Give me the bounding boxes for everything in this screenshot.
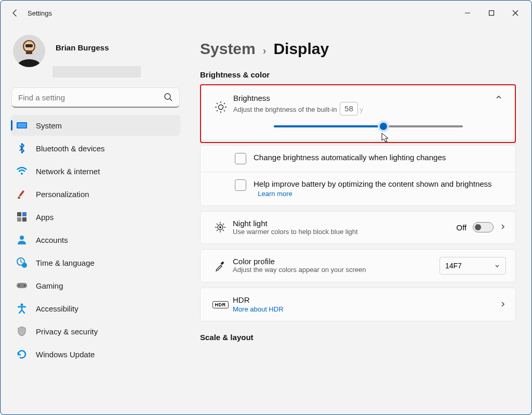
svg-rect-15 [17,217,21,222]
brightness-slider[interactable] [274,125,463,127]
hdr-card[interactable]: HDR HDR More about HDR [200,288,516,321]
color-profile-subtitle: Adjust the way colors appear on your scr… [233,266,437,275]
system-icon [16,120,28,131]
svg-point-17 [20,236,24,240]
nav-list: System Bluetooth & devices Network & int… [10,115,181,365]
chevron-right-icon: › [263,45,267,57]
eyedropper-icon [210,260,231,271]
section-brightness-color: Brightness & color [200,70,516,79]
nav-label: Windows Update [36,350,95,359]
battery-optimize-checkbox[interactable] [235,179,246,191]
svg-rect-16 [22,217,26,222]
maximize-button[interactable] [480,5,503,21]
svg-point-11 [21,173,23,175]
nav-item-privacy[interactable]: Privacy & security [11,321,180,342]
battery-optimize-row[interactable]: Help improve battery by optimizing the c… [201,172,515,205]
nav-label: Personalization [36,190,89,199]
night-light-icon [210,221,231,234]
nav-item-windows-update[interactable]: Windows Update [11,344,180,365]
svg-rect-43 [220,262,224,265]
svg-point-24 [219,105,223,110]
brightness-card-highlighted: Brightness Adjust the brightness of the … [200,84,516,143]
svg-line-42 [217,230,218,231]
nav-item-personalization[interactable]: Personalization [11,184,180,204]
nav-item-accessibility[interactable]: Accessibility [11,298,180,319]
svg-rect-14 [22,212,26,216]
svg-point-23 [21,304,23,306]
nav-label: Accounts [36,236,68,244]
nav-item-bluetooth[interactable]: Bluetooth & devices [11,138,180,159]
bluetooth-icon [16,142,28,154]
svg-rect-12 [18,197,20,199]
page-title: Display [273,40,329,58]
nav-label: Privacy & security [36,327,98,336]
svg-line-40 [223,230,224,231]
search-box [12,88,179,108]
svg-line-32 [217,110,218,111]
user-profile[interactable]: Brian Burgess [13,35,181,67]
gamepad-icon [16,280,28,291]
sidebar: Brian Burgess System Bluetooth & devices… [1,25,188,414]
svg-point-34 [219,226,221,228]
search-input[interactable] [12,88,179,108]
cursor-icon [381,133,390,145]
nav-item-system[interactable]: System [11,115,180,136]
nav-label: Bluetooth & devices [36,144,105,153]
battery-optimize-label: Help improve battery by optimizing the c… [254,179,492,188]
paintbrush-icon [16,188,28,200]
learn-more-link[interactable]: Learn more [258,190,292,198]
brightness-subtitle: Adjust the brightness of the built-in [233,106,337,113]
auto-brightness-row[interactable]: Change brightness automatically when lig… [201,146,515,172]
search-icon [164,93,173,104]
auto-brightness-label: Change brightness automatically when lig… [254,153,504,162]
nav-label: Accessibility [36,304,78,313]
hdr-title: HDR [233,295,498,304]
breadcrumb: System › Display [200,40,516,58]
svg-point-22 [24,285,25,287]
night-light-title: Night light [233,219,454,228]
breadcrumb-parent[interactable]: System [200,40,256,58]
chevron-right-icon[interactable] [500,301,506,309]
section-scale-layout: Scale & layout [200,333,516,342]
brightness-value-tooltip: 58 [340,102,358,115]
user-email-redacted [52,66,141,77]
person-icon [16,234,28,245]
brightness-subtitle-cut: y [360,106,363,113]
shield-icon [16,326,28,337]
night-light-card[interactable]: Night light Use warmer colors to help bl… [200,211,516,244]
nav-item-apps[interactable]: Apps [11,206,180,227]
nav-label: Apps [36,213,54,222]
svg-rect-13 [17,212,21,216]
close-button[interactable] [503,5,527,21]
minimize-button[interactable] [456,5,480,21]
nav-item-gaming[interactable]: Gaming [11,275,180,296]
svg-point-7 [165,94,170,99]
color-profile-value: 14F7 [445,262,462,270]
svg-rect-4 [25,44,33,47]
svg-line-39 [217,224,218,225]
nav-label: Time & language [36,258,95,267]
color-profile-dropdown[interactable]: 14F7 [440,257,506,275]
night-light-state: Off [456,223,467,232]
wifi-icon [16,165,28,177]
hdr-icon: HDR [210,301,231,308]
auto-brightness-checkbox[interactable] [235,153,246,164]
svg-point-19 [22,263,27,268]
nav-item-time-language[interactable]: Time & language [11,252,180,273]
color-profile-card[interactable]: Color profile Adjust the way colors appe… [200,249,516,282]
hdr-link[interactable]: More about HDR [233,305,284,313]
nav-label: Gaming [36,281,63,290]
clock-globe-icon [16,257,28,268]
collapse-button[interactable] [495,94,506,102]
window-title: Settings [28,9,52,17]
nav-item-network[interactable]: Network & internet [11,161,180,181]
main-content: System › Display Brightness & color Brig… [188,25,531,414]
nav-label: Network & internet [36,167,100,176]
titlebar: Settings [1,1,531,25]
update-icon [16,348,28,360]
night-light-toggle[interactable] [473,222,494,232]
chevron-right-icon[interactable] [500,223,506,231]
back-button[interactable] [5,3,25,23]
nav-label: System [36,121,62,130]
nav-item-accounts[interactable]: Accounts [11,229,180,250]
